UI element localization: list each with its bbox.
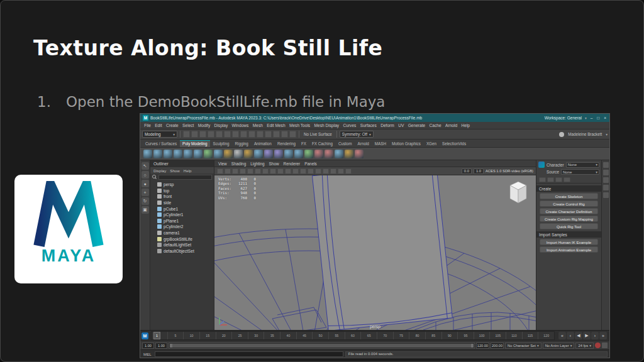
shelf-tab-animation[interactable]: Animation [252,140,274,147]
timeline-tick[interactable]: 30 [248,332,264,339]
range-slider[interactable] [169,343,475,349]
source-selector[interactable]: None ▾ [561,169,599,175]
image-plane-icon[interactable] [247,168,253,174]
timeline-tick[interactable]: 100 [474,332,490,339]
textured-mode-icon[interactable] [323,168,329,174]
wireframe-mode-icon[interactable] [308,168,314,174]
render-settings-icon[interactable] [289,131,296,138]
chevron-down-icon[interactable]: ▾ [585,116,587,120]
outliner-search-input[interactable] [158,175,212,180]
definition-tab-icon[interactable] [555,177,562,182]
go-to-end-button[interactable]: » [599,332,607,339]
disc-shelf-icon[interactable] [204,150,213,158]
construction-history-icon[interactable] [265,131,272,138]
move-tool[interactable]: + [142,189,149,196]
range-grip-right[interactable] [471,344,474,348]
menu-mesh[interactable]: Mesh [251,123,265,128]
shelf-tab-sculpting[interactable]: Sculpting [211,140,232,147]
super-shape-shelf-icon[interactable] [224,150,233,158]
playback-end-field[interactable]: 120.00 [476,343,489,349]
live-surface-label[interactable]: No Live Surface [302,132,334,136]
svg-tool-shelf-icon[interactable] [244,150,253,158]
menu-uv[interactable]: UV [396,123,406,128]
timeline-tick[interactable]: 15 [199,332,216,339]
cone-shelf-icon[interactable] [174,150,182,158]
film-gate-icon[interactable] [262,168,269,174]
menu-curves[interactable]: Curves [341,123,358,128]
menu-generate[interactable]: Generate [406,123,428,128]
channel-box-icon[interactable] [603,162,609,168]
play-forwards-button[interactable]: ▶ [583,332,591,339]
animation-end-field[interactable]: 200.00 [491,343,504,349]
use-all-lights-icon[interactable] [330,168,336,174]
outliner-menu-display[interactable]: Display [153,168,166,173]
outliner-item-persp[interactable]: persp [150,182,214,188]
redo-icon[interactable] [216,131,223,138]
menu-edit[interactable]: Edit [153,123,164,128]
timeline-tick[interactable]: 105 [489,332,506,339]
outliner-item-front[interactable]: front [150,194,214,200]
bridge-shelf-icon[interactable] [335,150,343,158]
grid-toggle-icon[interactable] [255,168,261,174]
select-highlight-icon[interactable] [217,168,223,174]
menu-edit-mesh[interactable]: Edit Mesh [265,123,287,128]
cube-shelf-icon[interactable] [153,150,162,158]
bevel-shelf-icon[interactable] [325,150,333,158]
outliner-item-pcube1[interactable]: pCube1 [150,206,214,212]
menu-cache[interactable]: Cache [427,123,443,128]
exposure-field[interactable]: 0.0 [462,168,472,174]
menu-arnold[interactable]: Arnold [443,123,459,128]
shadows-toggle-icon[interactable] [338,168,344,174]
timeline-tick[interactable]: 115 [522,332,538,339]
shelf-tab-arnold[interactable]: Arnold [355,140,372,147]
shelf-tab-rigging[interactable]: Rigging [233,140,251,147]
next-key-button[interactable]: › [591,332,599,339]
range-grip-left[interactable] [170,344,172,348]
shaded-mode-icon[interactable] [315,168,321,174]
select-tool[interactable]: ↖ [142,162,149,170]
character-selector[interactable]: None ▾ [566,162,599,168]
timeline-tick[interactable]: 45 [296,332,313,339]
fps-selector[interactable]: 24 fps ▾ [575,343,594,349]
timeline-tick[interactable]: 25 [231,332,248,339]
outliner-item-top[interactable]: top [150,188,214,194]
command-line-input[interactable] [155,351,343,357]
auto-key-button[interactable] [595,343,601,348]
timeline-tick[interactable]: 70 [377,332,393,339]
camera-attributes-icon[interactable] [232,168,238,174]
previous-key-button[interactable]: ‹ [567,332,574,339]
create-skeleton-button[interactable]: Create Skeleton [540,193,598,199]
play-backwards-button[interactable]: ◀ [575,332,582,339]
character-controls-icon[interactable] [603,192,609,198]
shelf-tab-fx-caching[interactable]: FX Caching [309,140,335,147]
time-slider[interactable]: 1510152025303540455055606570758085909510… [151,331,555,340]
menu-surfaces[interactable]: Surfaces [358,123,379,128]
menu-file[interactable]: File [142,123,153,128]
timeline-tick[interactable]: 20 [216,332,232,339]
resolution-gate-icon[interactable] [270,168,276,174]
sphere-shelf-icon[interactable] [143,150,152,158]
save-scene-icon[interactable] [199,131,206,138]
shelf-tab-fx[interactable]: FX [299,140,309,147]
menu-set-selector[interactable]: Modeling ▾ [142,131,177,138]
viewport[interactable]: Verts:4000Edges:12110Faces:6270Tris:9480… [214,175,536,330]
maximize-button[interactable]: □ [596,116,600,120]
scale-tool[interactable]: ▣ [142,206,149,214]
command-language-toggle[interactable]: MEL [142,352,153,356]
undo-icon[interactable] [208,131,214,138]
timeline-tick[interactable]: 75 [393,332,409,339]
menu-deform[interactable]: Deform [379,123,396,128]
boolean-union-shelf-icon[interactable] [264,150,273,158]
safe-action-icon[interactable] [292,168,299,174]
shelf-tab-xgen[interactable]: XGen [424,140,439,147]
start-pane-tab-icon[interactable] [539,177,546,182]
attribute-editor-icon[interactable] [603,170,609,175]
menu-mesh-display[interactable]: Mesh Display [312,123,341,128]
range-inner-bar[interactable] [170,344,474,348]
outliner-menu-help[interactable]: Help [184,168,192,173]
boolean-difference-shelf-icon[interactable] [274,150,283,158]
color-management-label[interactable]: ACES 1.0 SDR-video (sRGB) [486,169,533,173]
timeline-tick[interactable]: 5 [167,332,184,339]
account-chip[interactable]: Madeleine Brackett ▾ [559,132,608,137]
outliner-item-defaultobjectset[interactable]: defaultObjectSet [150,248,214,255]
